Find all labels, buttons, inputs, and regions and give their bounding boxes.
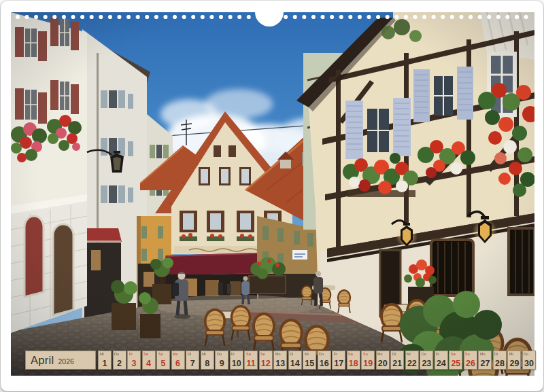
- calendar-day-cell: So12: [259, 351, 273, 370]
- weekday-abbr: Sa: [143, 352, 148, 355]
- photo-vignette: [11, 12, 534, 376]
- calendar-day-cell: Do16: [318, 351, 331, 370]
- day-number: 17: [333, 359, 345, 368]
- weekday-abbr: Sa: [451, 352, 456, 355]
- weekday-abbr: Mi: [407, 352, 411, 355]
- photo-area: [11, 12, 534, 376]
- day-number: 9: [216, 359, 228, 368]
- weekday-abbr: Di: [290, 352, 293, 355]
- weekday-abbr: Do: [319, 352, 324, 355]
- day-number: 7: [186, 359, 199, 368]
- day-number: 30: [523, 359, 535, 368]
- weekday-abbr: Do: [422, 352, 426, 355]
- day-number: 5: [157, 359, 169, 368]
- calendar-day-cell: Sa18: [347, 351, 360, 370]
- calendar-day-cell: So26: [464, 351, 477, 370]
- weekday-abbr: Do: [524, 352, 528, 355]
- weekday-abbr: Mi: [509, 352, 513, 355]
- weekday-abbr: Fr: [231, 352, 235, 355]
- day-number: 19: [362, 359, 374, 368]
- weekday-abbr: Fr: [334, 352, 337, 355]
- month-box: April 2026: [25, 351, 96, 370]
- day-number: 23: [420, 359, 432, 368]
- weekday-abbr: Mo: [275, 352, 281, 355]
- day-number: 4: [143, 359, 155, 368]
- weekday-abbr: So: [465, 352, 470, 355]
- day-number: 25: [449, 359, 462, 368]
- calendar-strip: April 2026 Mi1Do2Fr3Sa4So5Mo6Di7Mi8Do9Fr…: [25, 351, 536, 370]
- day-number: 3: [128, 359, 140, 368]
- day-number: 20: [377, 359, 389, 368]
- weekday-abbr: Fr: [436, 352, 439, 355]
- calendar-page: April 2026 Mi1Do2Fr3Sa4So5Mo6Di7Mi8Do9Fr…: [1, 1, 543, 391]
- calendar-day-cell: Fr10: [230, 351, 243, 370]
- day-number: 6: [172, 359, 184, 368]
- calendar-day-cell: Mi22: [405, 351, 419, 370]
- day-number: 21: [391, 359, 403, 368]
- weekday-abbr: Do: [114, 352, 119, 355]
- weekday-abbr: Do: [217, 352, 222, 355]
- day-number: 15: [303, 359, 316, 368]
- weekday-abbr: Mo: [173, 352, 178, 355]
- day-number: 14: [289, 359, 301, 368]
- calendar-day-cell: Mo13: [273, 351, 287, 370]
- day-number: 27: [479, 359, 491, 368]
- day-number: 28: [494, 359, 506, 368]
- calendar-day-cell: So5: [156, 351, 170, 370]
- calendar-day-cell: Mo27: [478, 351, 492, 370]
- weekday-abbr: So: [363, 352, 368, 355]
- calendar-day-cell: Di28: [493, 351, 507, 370]
- calendar-day-cell: Do30: [522, 351, 536, 370]
- day-number: 16: [318, 359, 330, 368]
- day-number: 1: [99, 359, 111, 368]
- street-scene-photo: [11, 12, 534, 376]
- calendar-day-cell: Di21: [390, 351, 404, 370]
- day-number: 12: [260, 359, 272, 368]
- calendar-day-cell: Mi15: [303, 351, 316, 370]
- weekday-abbr: Di: [392, 352, 396, 355]
- calendar-day-cell: So19: [361, 351, 375, 370]
- weekday-abbr: So: [260, 352, 265, 355]
- weekday-abbr: Sa: [246, 352, 251, 355]
- weekday-abbr: Fr: [129, 352, 133, 355]
- weekday-abbr: Mi: [202, 352, 206, 355]
- weekday-abbr: Mo: [377, 352, 383, 355]
- year-label: 2026: [58, 355, 74, 366]
- calendar-day-cell: Mo20: [376, 351, 390, 370]
- calendar-day-cell: Mi1: [98, 351, 112, 370]
- day-number: 11: [245, 359, 257, 368]
- calendar-day-cell: Do2: [113, 351, 126, 370]
- calendar-day-cell: Mo6: [171, 351, 185, 370]
- weekday-abbr: Mi: [305, 352, 309, 355]
- day-number: 29: [508, 359, 520, 368]
- day-number: 13: [274, 359, 286, 368]
- weekday-abbr: Sa: [348, 352, 353, 355]
- calendar-day-cell: Mi8: [201, 351, 214, 370]
- day-row: Mi1Do2Fr3Sa4So5Mo6Di7Mi8Do9Fr10Sa11So12M…: [98, 351, 536, 370]
- calendar-day-cell: Do9: [215, 351, 228, 370]
- day-number: 2: [114, 359, 126, 368]
- weekday-abbr: So: [158, 352, 163, 355]
- calendar-day-cell: Sa11: [244, 351, 258, 370]
- day-number: 10: [231, 359, 243, 368]
- month-name: April: [31, 354, 54, 367]
- weekday-abbr: Di: [494, 352, 498, 355]
- calendar-day-cell: Fr3: [127, 351, 141, 370]
- calendar-day-cell: Mi29: [507, 351, 521, 370]
- calendar-day-cell: Do23: [420, 351, 433, 370]
- calendar-day-cell: Sa4: [142, 351, 156, 370]
- day-number: 8: [201, 359, 214, 368]
- weekday-abbr: Mi: [100, 352, 104, 355]
- calendar-day-cell: Di7: [186, 351, 199, 370]
- calendar-day-cell: Di14: [288, 351, 302, 370]
- day-number: 22: [406, 359, 418, 368]
- day-number: 24: [435, 359, 447, 368]
- weekday-abbr: Mo: [480, 352, 486, 355]
- calendar-day-cell: Fr17: [332, 351, 345, 370]
- day-number: 18: [347, 359, 360, 368]
- calendar-day-cell: Fr24: [435, 351, 448, 370]
- day-number: 26: [464, 359, 477, 368]
- calendar-day-cell: Sa25: [449, 351, 462, 370]
- weekday-abbr: Di: [188, 352, 191, 355]
